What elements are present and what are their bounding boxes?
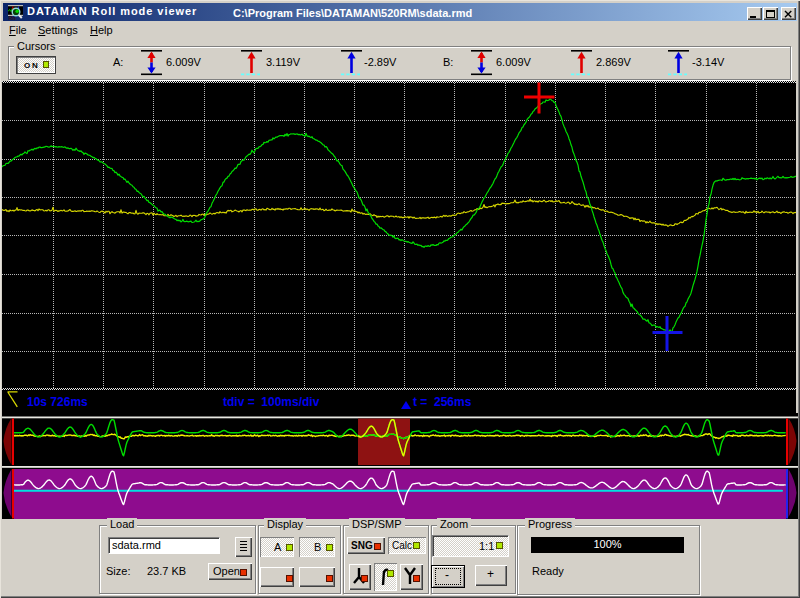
svg-text:t = 256ms: t = 256ms bbox=[413, 395, 472, 409]
svg-text:10s 726ms: 10s 726ms bbox=[27, 395, 88, 409]
svg-text:Rn: Rn bbox=[9, 15, 17, 21]
svg-text:tdiv = 100ms/div: tdiv = 100ms/div bbox=[223, 395, 320, 409]
